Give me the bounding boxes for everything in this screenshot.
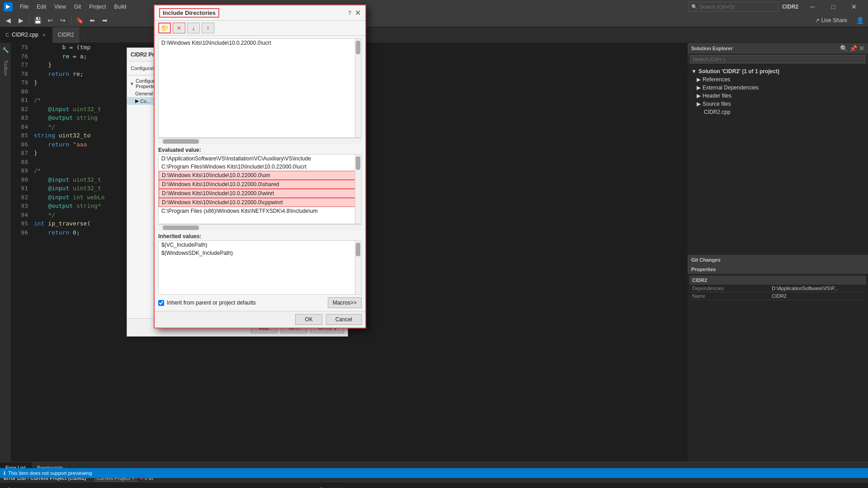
inherit-checkbox[interactable] [158,300,164,306]
notification-text: This item does not support previewing [8,470,92,476]
move-down-btn[interactable]: ↓ [187,23,200,33]
inherited-label: Inherited values: [158,233,362,239]
tab-cidr2cpp[interactable]: C CIDR2.cpp ✕ [0,27,52,43]
table-row: Name CIDR2 [689,292,866,300]
eval-item: C:\Program Files (x86)\Windows Kits\NETF… [159,207,361,215]
eval-item: D:\ApplicationSoftware\VS\Installation\V… [159,155,361,163]
solution-tree: ▼ Solution 'CIDR2' (1 of 1 project) ▶Ref… [688,65,868,255]
error-table-header: Code Description [5,486,863,488]
prop-name-value: CIDR2 [769,292,866,300]
bottom-notification-bar: ℹ This item does not support previewing [0,468,868,478]
cpp-file-icon: C [5,32,9,38]
include-cancel-btn[interactable]: Cancel [326,314,362,325]
properties-content: CIDR2 Dependencies D:\ApplicationSoftwar… [688,274,868,462]
menu-git[interactable]: Git [71,3,85,11]
eval-item: C:\Program Files\Windows Kits\10\Include… [159,163,361,171]
sol-root-arrow: ▼ [691,68,697,75]
inherit-checkbox-label: Inherit from parent or project defaults [167,300,256,306]
hscroll-thumb2[interactable] [163,225,199,230]
sol-source-files[interactable]: ▶Source files [689,100,866,108]
toolbox-icon[interactable]: 🔧 [1,46,10,55]
col-desc: Description [317,486,863,488]
include-close-btn[interactable]: ✕ [355,9,361,17]
window-controls: ─ □ ✕ [802,0,864,14]
menu-project[interactable]: Project [85,3,109,11]
macros-btn[interactable]: Macros>> [328,297,362,308]
props-section: CIDR2 [689,276,866,285]
list-hscrollbar[interactable] [158,138,362,144]
sol-header-files[interactable]: ▶Header files [689,92,866,100]
tab-close-cidr2cpp[interactable]: ✕ [41,32,47,38]
add-directory-btn[interactable]: 📁 [158,23,171,33]
menu-view[interactable]: View [51,3,70,11]
sol-cidr2cpp[interactable]: CIDR2.cpp [689,108,866,116]
menu-bar-right: 🔍 CIDR2 ─ □ ✕ [688,0,864,14]
menu-build[interactable]: Build [111,3,130,11]
nav-btn2[interactable]: ➡ [99,15,110,25]
menu-edit[interactable]: Edit [33,3,50,11]
list-vscrollbar[interactable] [355,39,361,137]
sol-root[interactable]: ▼ Solution 'CIDR2' (1 of 1 project) [689,67,866,75]
properties-header[interactable]: Properties [688,264,868,274]
include-main-list[interactable]: D:\Windows Kits\10\Include\10.0.22000.0\… [158,38,362,138]
prop-name-label: Name [689,292,769,300]
redo-btn[interactable]: ↪ [57,15,68,25]
menu-bar: File Edit View Git Project Build 🔍 CIDR2… [0,0,868,14]
delete-btn[interactable]: ✕ [173,23,185,33]
solution-search[interactable] [690,55,865,63]
right-panel: Solution Explorer 🔍 📌 ✕ ▼ Solution 'CIDR… [687,43,868,462]
undo-btn[interactable]: ↩ [45,15,56,25]
back-btn[interactable]: ◀ [3,15,14,25]
scroll-thumb[interactable] [356,156,360,170]
hscroll-thumb[interactable] [163,139,199,144]
eval-hscrollbar[interactable] [158,224,362,230]
menu-file[interactable]: File [16,3,32,11]
search-solution-icon[interactable]: 🔍 [840,45,848,52]
list-item[interactable]: D:\Windows Kits\10\Include\10.0.22000.0\… [159,39,361,47]
scroll-thumb[interactable] [356,41,360,54]
inherited-vscrollbar[interactable] [355,241,361,294]
bookmark-btn[interactable]: 🔖 [74,15,85,25]
info-icon: ℹ [4,470,5,476]
move-up-btn[interactable]: ↑ [202,23,214,33]
line-numbers: 7576777879 8081828384 8586878889 9091929… [11,43,32,237]
solution-explorer-title: Solution Explorer [691,46,733,51]
search-icon: 🔍 [691,4,698,10]
live-share-icon: ↗ [815,17,820,23]
tree-arrow: ▶ [135,98,139,104]
toolbar: ◀ ▶ 💾 ↩ ↪ 🔖 ⬅ ➡ ↗ Live Share 👤 [0,14,868,27]
include-directories-dialog[interactable]: Include Directories ? ✕ 📁 ✕ ↓ ↑ D:\Windo… [154,5,366,328]
sol-ext-deps[interactable]: ▶External Dependencies [689,84,866,92]
forward-btn[interactable]: ▶ [15,15,26,25]
minimize-button[interactable]: ─ [802,0,823,14]
include-dialog-title: Include Directories ? ✕ [155,5,365,21]
save-all-btn[interactable]: 💾 [32,15,43,25]
eval-vscrollbar[interactable] [355,155,361,224]
eval-list: D:\ApplicationSoftware\VS\Installation\V… [158,154,362,224]
search-input[interactable] [699,4,775,9]
tab-cidr2[interactable]: CIDR2 [52,27,80,43]
scroll-thumb[interactable] [356,243,360,256]
close-solution-icon[interactable]: ✕ [859,45,864,52]
search-box[interactable]: 🔍 [688,2,778,12]
toolbox-sidebar: 🔧 Toolbox [0,43,11,462]
include-help-btn[interactable]: ? [348,9,351,16]
nav-btn1[interactable]: ⬅ [87,15,98,25]
tree-arrow: ▼ [130,81,134,86]
eval-item-highlighted: D:\Windows Kits\10\Include\10.0.22000.0\… [159,189,361,198]
svg-marker-0 [6,5,10,9]
include-ok-btn[interactable]: OK [295,314,322,325]
git-changes-header[interactable]: Git Changes [688,255,868,264]
close-button[interactable]: ✕ [844,0,864,14]
pin-solution-icon[interactable]: 📌 [849,45,857,52]
sol-references[interactable]: ▶References [689,75,866,84]
bottom-content: Code Description [0,483,868,488]
eval-item-highlighted: D:\Windows Kits\10\Include\10.0.22000.0\… [159,198,361,207]
include-dialog-title-text: Include Directories [159,8,219,18]
user-icon[interactable]: 👤 [854,15,865,25]
maximize-button[interactable]: □ [823,0,844,14]
tree-item-label: General [135,91,153,96]
props-table: Dependencies D:\ApplicationSoftware\VS\P… [689,285,866,300]
sep2 [71,16,71,24]
live-share-button[interactable]: ↗ Live Share [811,16,851,24]
